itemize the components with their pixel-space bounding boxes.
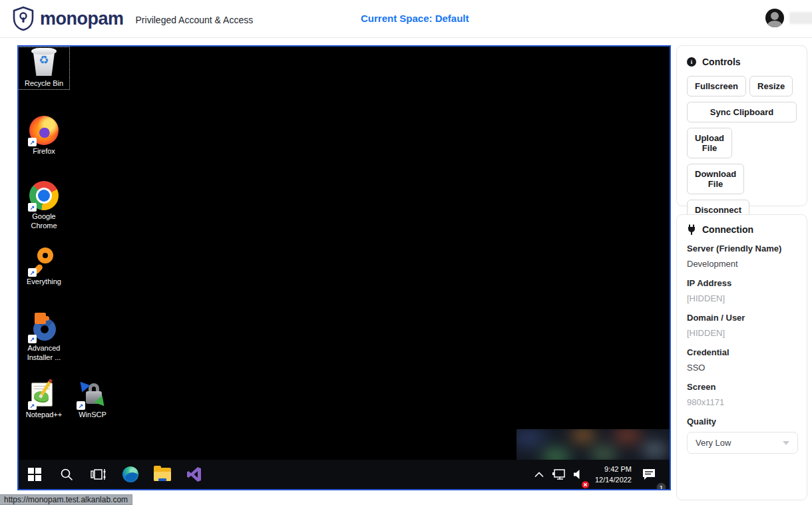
start-button[interactable]	[19, 460, 51, 489]
current-space-label: Current Space: Default	[361, 13, 469, 24]
link-preview-tooltip: https://monopam.test.alkanlab.com	[0, 494, 132, 505]
field-screen: Screen 980x1171	[687, 382, 797, 407]
file-explorer-button[interactable]	[146, 460, 178, 489]
controls-title: Controls	[702, 57, 741, 67]
search-icon	[59, 467, 74, 482]
desktop-icon-recycle-bin[interactable]: ♻ Recycle Bin	[19, 48, 69, 88]
quality-label: Quality	[687, 417, 797, 426]
chevron-up-icon	[534, 472, 544, 478]
task-view-icon	[91, 467, 106, 482]
task-view-button[interactable]	[83, 460, 114, 489]
file-explorer-icon	[154, 468, 171, 481]
field-label: Screen	[687, 382, 797, 392]
quality-selected-value: Very Low	[696, 438, 731, 448]
search-button[interactable]	[51, 460, 83, 489]
upload-file-button[interactable]: Upload File	[687, 128, 732, 158]
speaker-muted-icon	[573, 469, 585, 480]
chevron-down-icon	[783, 441, 789, 445]
avatar-body	[767, 21, 782, 27]
desktop-icon-label: Everything	[27, 277, 61, 287]
tray-expand-button[interactable]	[532, 460, 546, 489]
windows-taskbar: 9:42 PM 12/14/2022 1	[19, 460, 670, 489]
clock-date: 12/14/2022	[595, 474, 632, 486]
firefox-icon: ↗	[29, 116, 59, 145]
field-value: SSO	[687, 363, 797, 373]
notification-count-badge: 1	[656, 482, 666, 489]
connection-title: Connection	[702, 224, 753, 235]
field-server: Server (Friendly Name) Development	[687, 244, 797, 269]
edge-taskbar-button[interactable]	[114, 460, 146, 489]
notification-bubble-icon	[642, 468, 656, 481]
desktop-icon-label: WinSCP	[79, 411, 106, 420]
desktop-icon-firefox[interactable]: ↗ Firefox	[19, 116, 69, 156]
field-ip-address: IP Address [HIDDEN]	[687, 278, 797, 303]
desktop-icon-label: Firefox	[33, 147, 55, 156]
field-label: Credential	[687, 347, 797, 357]
quality-select[interactable]: Very Low	[687, 432, 798, 454]
taskbar-app-icons	[19, 460, 210, 489]
desktop-icon-label: Recycle Bin	[25, 79, 63, 88]
brand: monopam Privileged Account & Access	[0, 6, 253, 31]
edge-icon	[122, 466, 138, 482]
shield-lock-icon	[12, 6, 35, 31]
plug-icon	[687, 224, 696, 235]
shortcut-arrow-icon: ↗	[28, 203, 37, 212]
mute-x-badge	[582, 481, 589, 488]
recycle-bin-icon: ♻	[29, 48, 59, 77]
resize-button[interactable]: Resize	[749, 76, 793, 96]
desktop-icon-label: Notepad++	[26, 411, 62, 420]
clock-time: 9:42 PM	[595, 464, 632, 475]
field-value: Development	[687, 259, 797, 269]
field-label: IP Address	[687, 278, 797, 288]
connection-panel: Connection Server (Friendly Name) Develo…	[676, 214, 807, 500]
remote-desktop-viewport[interactable]: ♻ Recycle Bin ↗ Firefox ↗ Google Chrome …	[17, 45, 671, 490]
shortcut-arrow-icon: ↗	[77, 401, 85, 410]
blurred-preview-region	[516, 429, 670, 460]
field-label: Domain / User	[687, 313, 797, 323]
action-center-button[interactable]: 1	[640, 460, 662, 489]
field-value: [HIDDEN]	[687, 328, 797, 338]
network-status[interactable]	[550, 460, 567, 489]
field-label: Server (Friendly Name)	[687, 244, 797, 253]
sync-clipboard-button[interactable]: Sync Clipboard	[687, 102, 797, 122]
avatar-head	[771, 12, 779, 20]
desktop-icon-google-chrome[interactable]: ↗ Google Chrome	[19, 181, 69, 231]
everything-icon: ↗	[29, 246, 59, 275]
desktop-icon-notepadpp[interactable]: ↗ Notepad++	[19, 379, 69, 420]
user-avatar[interactable]	[765, 9, 784, 27]
advanced-installer-icon: ↗	[29, 313, 59, 342]
ethernet-network-icon	[552, 469, 565, 480]
remote-desktop-screen: ♻ Recycle Bin ↗ Firefox ↗ Google Chrome …	[19, 47, 670, 489]
windows-logo-icon	[27, 467, 42, 482]
field-domain-user: Domain / User [HIDDEN]	[687, 313, 797, 338]
shortcut-arrow-icon: ↗	[28, 401, 37, 410]
desktop-icon-advanced-installer[interactable]: ↗ Advanced Installer ...	[19, 313, 69, 363]
field-value: [HIDDEN]	[687, 293, 797, 303]
shortcut-arrow-icon: ↗	[28, 335, 37, 343]
shortcut-arrow-icon: ↗	[28, 268, 37, 277]
field-quality: Quality Very Low	[687, 417, 797, 454]
volume-status[interactable]	[571, 460, 587, 489]
desktop-icon-everything[interactable]: ↗ Everything	[19, 246, 69, 287]
taskbar-clock[interactable]: 9:42 PM 12/14/2022	[591, 464, 636, 486]
fullscreen-button[interactable]: Fullscreen	[687, 76, 746, 96]
brand-name: monopam	[40, 9, 124, 29]
visual-studio-button[interactable]	[178, 460, 210, 489]
shortcut-arrow-icon: ↗	[28, 138, 37, 146]
chrome-icon: ↗	[29, 181, 59, 210]
desktop-icon-label: Advanced Installer ...	[19, 344, 69, 363]
winscp-icon: ↗	[78, 379, 107, 409]
desktop-icon-winscp[interactable]: ↗ WinSCP	[68, 379, 117, 420]
download-file-button[interactable]: Download File	[687, 164, 744, 194]
notepadpp-icon: ↗	[29, 379, 59, 409]
info-icon: i	[687, 57, 696, 67]
username-redacted	[789, 12, 812, 24]
brand-subtitle: Privileged Account & Access	[136, 12, 254, 25]
controls-panel: i Controls Fullscreen Resize Sync Clipbo…	[676, 45, 807, 206]
app-header: monopam Privileged Account & Access Curr…	[0, 0, 812, 38]
desktop-icon-label: Google Chrome	[19, 212, 69, 231]
field-credential: Credential SSO	[687, 347, 797, 373]
field-value: 980x1171	[687, 397, 797, 407]
visual-studio-icon	[186, 466, 202, 482]
system-tray: 9:42 PM 12/14/2022 1	[532, 460, 670, 489]
